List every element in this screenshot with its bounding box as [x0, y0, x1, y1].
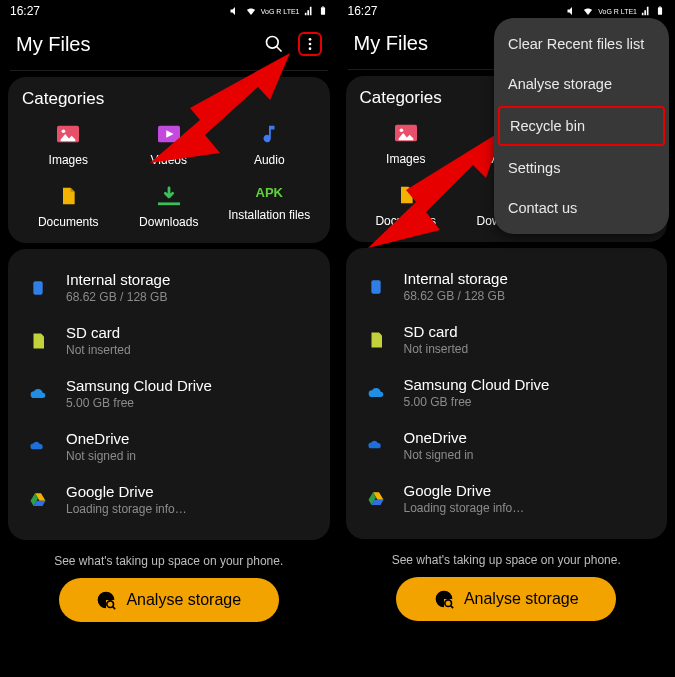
menu-recycle-bin[interactable]: Recycle bin — [498, 106, 665, 146]
document-icon — [396, 184, 416, 206]
svg-rect-1 — [322, 6, 324, 7]
category-downloads[interactable]: Downloads — [119, 185, 220, 229]
wifi-icon — [245, 5, 257, 17]
svg-point-12 — [107, 601, 114, 608]
mute-icon — [566, 5, 578, 17]
svg-point-22 — [445, 600, 452, 607]
storage-sub: 5.00 GB free — [66, 396, 212, 410]
divider — [10, 70, 328, 71]
storage-sub: Loading storage info… — [404, 501, 525, 515]
page-title: My Files — [354, 32, 428, 55]
svg-point-5 — [308, 43, 311, 46]
storage-sub: 68.62 GB / 128 GB — [404, 289, 508, 303]
battery-icon — [318, 5, 328, 17]
storage-card: Internal storage 68.62 GB / 128 GB SD ca… — [346, 248, 668, 539]
svg-point-18 — [399, 128, 403, 132]
screenshot-right: 16:27 VoG R LTE1 My Files Categories Ima… — [338, 0, 676, 677]
more-options-button[interactable] — [298, 32, 322, 56]
signal-icon — [304, 6, 314, 16]
storage-onedrive[interactable]: OneDrive Not signed in — [18, 420, 320, 473]
network-label: VoG R LTE1 — [261, 8, 300, 15]
search-icon — [264, 34, 284, 54]
svg-rect-16 — [659, 6, 661, 7]
storage-sdcard[interactable]: SD card Not inserted — [356, 313, 658, 366]
storage-name: Samsung Cloud Drive — [404, 376, 550, 393]
category-documents[interactable]: Documents — [18, 185, 119, 229]
analyse-label: Analyse storage — [464, 590, 579, 608]
search-button[interactable] — [262, 32, 286, 56]
storage-name: Google Drive — [404, 482, 525, 499]
storage-sub: Not signed in — [66, 449, 136, 463]
category-label: Documents — [38, 215, 99, 229]
storage-name: Internal storage — [66, 271, 170, 288]
category-images[interactable]: Images — [18, 123, 119, 167]
signal-icon — [641, 6, 651, 16]
analyse-storage-button[interactable]: Analyse storage — [396, 577, 616, 621]
svg-rect-0 — [320, 7, 324, 15]
status-indicators: VoG R LTE1 — [229, 5, 328, 17]
storage-samsung-cloud[interactable]: Samsung Cloud Drive 5.00 GB free — [18, 367, 320, 420]
storage-name: Google Drive — [66, 483, 187, 500]
onedrive-icon — [27, 440, 49, 454]
category-videos[interactable]: Videos — [119, 123, 220, 167]
analyse-label: Analyse storage — [126, 591, 241, 609]
storage-onedrive[interactable]: OneDrive Not signed in — [356, 419, 658, 472]
menu-clear-recent[interactable]: Clear Recent files list — [494, 24, 669, 64]
storage-googledrive[interactable]: Google Drive Loading storage info… — [18, 473, 320, 526]
status-bar: 16:27 VoG R LTE1 — [0, 0, 338, 22]
image-icon — [57, 123, 79, 145]
category-label: Images — [49, 153, 88, 167]
svg-rect-21 — [371, 280, 380, 293]
mute-icon — [229, 5, 241, 17]
status-time: 16:27 — [348, 4, 378, 18]
category-audio[interactable]: Audio — [219, 123, 320, 167]
overflow-menu: Clear Recent files list Analyse storage … — [494, 18, 669, 234]
storage-sub: Not inserted — [66, 343, 131, 357]
storage-sub: Not inserted — [404, 342, 469, 356]
menu-analyse-storage[interactable]: Analyse storage — [494, 64, 669, 104]
category-images[interactable]: Images — [356, 122, 457, 166]
svg-rect-11 — [33, 281, 42, 294]
category-apk[interactable]: APK Installation files — [219, 185, 320, 229]
category-label: Documents — [375, 214, 436, 228]
category-label: Videos — [151, 153, 187, 167]
storage-googledrive[interactable]: Google Drive Loading storage info… — [356, 472, 658, 525]
categories-card: Categories Images Videos Audio Documents — [8, 77, 330, 243]
category-label: Audio — [254, 153, 285, 167]
menu-contact-us[interactable]: Contact us — [494, 188, 669, 228]
svg-line-13 — [113, 607, 116, 610]
onedrive-icon — [365, 439, 387, 453]
video-icon — [158, 123, 180, 145]
svg-point-6 — [308, 47, 311, 50]
hint-text: See what's taking up space on your phone… — [0, 554, 338, 568]
storage-name: SD card — [404, 323, 469, 340]
storage-internal[interactable]: Internal storage 68.62 GB / 128 GB — [18, 261, 320, 314]
menu-settings[interactable]: Settings — [494, 148, 669, 188]
storage-sdcard[interactable]: SD card Not inserted — [18, 314, 320, 367]
storage-samsung-cloud[interactable]: Samsung Cloud Drive 5.00 GB free — [356, 366, 658, 419]
analyse-storage-button[interactable]: Analyse storage — [59, 578, 279, 622]
storage-internal[interactable]: Internal storage 68.62 GB / 128 GB — [356, 260, 658, 313]
download-icon — [158, 185, 180, 207]
battery-icon — [655, 5, 665, 17]
cloud-icon — [365, 385, 387, 401]
storage-name: Internal storage — [404, 270, 508, 287]
analyse-icon — [96, 590, 116, 610]
svg-point-8 — [62, 129, 66, 133]
storage-card: Internal storage 68.62 GB / 128 GB SD ca… — [8, 249, 330, 540]
page-title: My Files — [16, 33, 90, 56]
category-documents[interactable]: Documents — [356, 184, 457, 228]
svg-rect-10 — [158, 202, 180, 205]
svg-point-4 — [308, 38, 311, 41]
hint-text: See what's taking up space on your phone… — [338, 553, 676, 567]
category-label: Images — [386, 152, 425, 166]
audio-icon — [258, 123, 280, 145]
storage-name: SD card — [66, 324, 131, 341]
status-indicators: VoG R LTE1 — [566, 5, 665, 17]
sdcard-icon — [29, 331, 47, 351]
svg-line-23 — [451, 606, 454, 609]
network-label: VoG R LTE1 — [598, 8, 637, 15]
phone-icon — [368, 276, 384, 298]
storage-sub: 68.62 GB / 128 GB — [66, 290, 170, 304]
categories-title: Categories — [22, 89, 316, 109]
